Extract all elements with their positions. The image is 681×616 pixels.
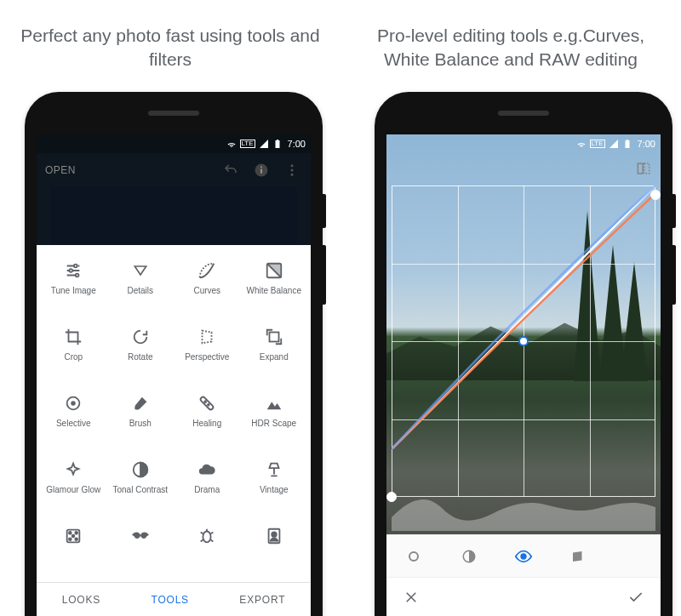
caption-right: Pro-level editing tools e.g.Curves, Whit… [340,24,681,71]
overflow-menu-icon[interactable] [282,160,302,180]
channel-contrast[interactable] [458,545,480,568]
tool-item[interactable] [241,519,308,555]
screen-right: LTE 7:00 [386,134,661,616]
signal-icon [609,139,619,149]
tool-label: Perspective [185,352,229,362]
curve-node-mid[interactable] [518,336,529,346]
nav-tools[interactable]: TOOLS [151,594,188,606]
tool-label: Crop [64,352,83,362]
tool-label: Expand [260,352,289,362]
tool-details[interactable]: Details [107,254,175,320]
promo-panel-left: Perfect any photo fast using tools and f… [0,0,340,616]
phone-side-button [323,245,326,305]
tool-curves[interactable]: Curves [174,254,241,320]
tool-item[interactable] [107,519,175,555]
close-button[interactable] [402,588,421,607]
svg-point-22 [72,535,75,538]
lamp-icon [264,459,284,480]
svg-point-8 [76,274,79,277]
svg-point-5 [291,174,294,176]
confirm-button[interactable] [627,588,645,607]
status-bar: LTE 7:00 [386,134,661,153]
status-bar: LTE 7:00 [37,134,311,153]
curves-grid[interactable] [392,185,655,497]
cloud-icon [197,459,217,480]
svg-rect-2 [260,167,262,168]
tool-label: Details [127,286,153,296]
expand-icon [264,327,284,347]
svg-point-7 [70,269,73,272]
tool-rotate[interactable]: Rotate [107,320,175,386]
svg-point-12 [72,402,75,405]
nav-looks[interactable]: LOOKS [62,594,100,606]
svg-point-6 [74,265,77,268]
channel-eye[interactable] [512,545,535,568]
svg-point-4 [291,169,294,172]
network-label: LTE [590,140,605,148]
compare-icon [635,160,652,177]
top-app-bar: OPEN [37,153,311,187]
tool-label: HDR Scape [251,419,296,429]
tool-label: White Balance [247,286,301,296]
half-circle-icon [130,459,151,480]
mountains-icon [264,393,284,414]
tool-glamour-glow[interactable]: Glamour Glow [40,453,107,519]
svg-point-15 [208,404,209,406]
phone-frame-right: LTE 7:00 [375,92,672,616]
tool-selective[interactable]: Selective [40,386,107,453]
wb-icon [264,260,284,281]
tool-white-balance[interactable]: White Balance [241,254,308,320]
tool-drama[interactable]: Drama [174,453,241,519]
svg-point-25 [272,532,277,537]
portrait-icon [264,526,284,546]
nav-export[interactable]: EXPORT [239,594,285,606]
phone-speaker [148,111,199,116]
tool-grid: Tune Image Details Curves White Bal [37,245,311,555]
tool-item[interactable] [174,519,241,555]
curves-action-bar [386,577,661,616]
channel-card[interactable] [567,545,589,568]
tool-vintage[interactable]: Vintage [241,453,308,519]
tool-label: Tonal Contrast [113,485,168,495]
svg-point-31 [521,554,526,559]
target-icon [63,393,83,414]
bandage-icon [197,393,217,414]
svg-rect-27 [644,163,650,174]
curve-node-shadow[interactable] [386,492,397,502]
info-icon[interactable] [251,160,272,180]
tool-label: Selective [56,419,91,429]
screen-left: LTE 7:00 OPEN [37,134,311,616]
tool-label: Drama [194,485,220,495]
svg-point-23 [203,532,211,543]
tool-tune-image[interactable]: Tune Image [40,254,107,320]
bottom-nav: LOOKS TOOLS EXPORT [37,582,311,616]
compare-button[interactable] [627,153,661,184]
tool-hdr-scape[interactable]: HDR Scape [241,386,308,453]
phone-speaker [498,111,549,116]
svg-point-19 [76,532,78,534]
sparkle-icon [63,459,83,480]
tools-sheet: Tune Image Details Curves White Bal [37,245,311,582]
crop-icon [63,327,83,347]
curves-channel-toolbar [386,534,661,577]
svg-point-18 [69,532,72,534]
tool-label: Glamour Glow [46,485,100,495]
channel-luminance[interactable] [403,545,425,568]
caption-left: Perfect any photo fast using tools and f… [0,24,340,71]
undo-icon[interactable] [220,160,241,180]
svg-rect-10 [269,333,278,342]
open-button[interactable]: OPEN [45,164,76,176]
tool-tonal-contrast[interactable]: Tonal Contrast [107,453,175,519]
tool-brush[interactable]: Brush [107,386,175,453]
tool-perspective[interactable]: Perspective [174,320,241,386]
signal-icon [259,139,269,149]
curve-line [392,185,655,449]
tool-label: Vintage [260,485,289,495]
tool-item[interactable] [40,519,107,555]
tool-healing[interactable]: Healing [174,386,241,453]
curve-node-highlight[interactable] [650,190,661,200]
tool-expand[interactable]: Expand [241,320,308,386]
tool-crop[interactable]: Crop [40,320,107,386]
battery-icon [622,139,632,149]
sliders-icon [63,260,83,281]
